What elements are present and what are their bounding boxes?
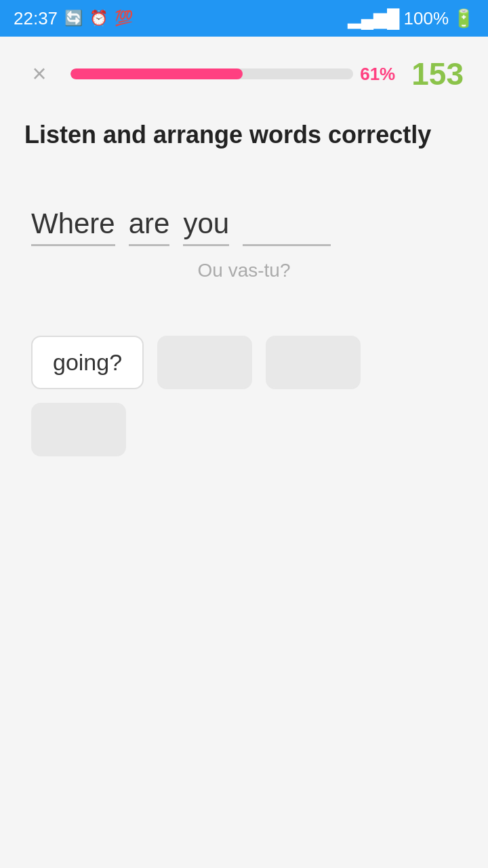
answer-area: Where are you [24,192,464,246]
translation-text: Ou vas-tu? [24,260,464,281]
choice-button-empty-1 [157,336,252,389]
choice-button-empty-3 [31,403,126,456]
choice-button-empty-2 [266,336,361,389]
progress-bar-fill [70,68,243,79]
main-content: × 61% 153 Listen and arrange words corre… [0,37,488,481]
progress-bar-background [70,68,353,79]
instruction-text: Listen and arrange words correctly [24,119,464,151]
score-display: 153 [411,56,464,92]
word-underline-1 [31,244,115,246]
word-underline-3 [183,244,229,246]
empty-answer-slot[interactable] [243,210,331,246]
empty-slot-underline [243,244,331,246]
progress-container: 61% [70,64,395,85]
alarm-icon: ⏰ [89,9,108,27]
battery-display: 100% [404,8,449,29]
status-right: ▂▄▆█ 100% 🔋 [348,8,474,29]
progress-percent-label: 61% [360,64,395,85]
answer-word-3[interactable]: you [183,208,229,246]
choices-area: going? [24,336,464,456]
signal-icon: ▂▄▆█ [348,8,400,29]
close-button[interactable]: × [24,59,54,89]
choice-button-going[interactable]: going? [31,336,144,389]
status-left: 22:37 🔄 ⏰ 💯 [14,8,133,29]
word-underline-2 [129,244,170,246]
time-display: 22:37 [14,8,58,29]
answer-word-1[interactable]: Where [31,208,115,246]
battery-icon: 🔋 [453,8,474,29]
top-bar: × 61% 153 [24,56,464,92]
answer-word-2[interactable]: are [129,208,170,246]
sync-icon: 🔄 [64,9,83,27]
status-bar: 22:37 🔄 ⏰ 💯 ▂▄▆█ 100% 🔋 [0,0,488,37]
app-icon: 💯 [115,9,133,27]
